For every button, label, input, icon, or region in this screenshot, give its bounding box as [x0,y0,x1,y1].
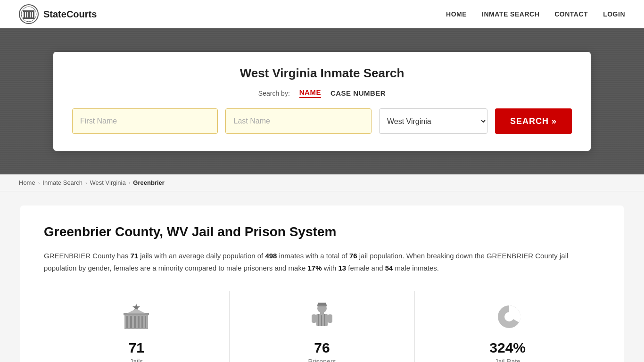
svg-rect-30 [320,313,324,315]
search-card-title: West Virginia Inmate Search [72,66,572,81]
search-button[interactable]: SEARCH » [495,108,572,134]
first-name-input[interactable] [72,108,218,134]
stat-jail-rate: 324% Jail Rate [415,291,600,362]
stat-prisoners: 76 Prisoners [230,291,415,362]
stats-row: 71 Jails [44,291,600,362]
male-count: 54 [385,264,393,272]
logo[interactable]: StateCourts [19,4,97,24]
jail-rate-stat-number: 324% [489,340,526,356]
breadcrumb-inmate-search[interactable]: Inmate Search [42,179,83,186]
svg-rect-13 [138,316,140,328]
svg-marker-18 [127,309,146,313]
female-pct: 17% [307,264,322,272]
svg-point-32 [504,312,514,321]
svg-rect-22 [318,303,326,304]
main-content: Greenbrier County, WV Jail and Prison Sy… [0,191,644,362]
svg-rect-12 [134,316,136,328]
jails-stat-label: Jails [130,358,143,362]
nav-login[interactable]: LOGIN [603,10,625,18]
svg-rect-5 [31,12,32,17]
prisoners-stat-number: 76 [314,340,330,356]
female-count: 13 [339,264,347,272]
search-by-row: Search by: NAME CASE NUMBER [72,88,572,98]
svg-rect-26 [321,314,322,326]
svg-rect-14 [141,316,143,328]
breadcrumb-west-virginia[interactable]: West Virginia [90,179,126,186]
stat-jails: 71 Jails [44,291,230,362]
tab-case-number[interactable]: CASE NUMBER [330,89,386,97]
jail-rate-stat-label: Jail Rate [495,358,520,362]
search-card: West Virginia Inmate Search Search by: N… [53,52,591,151]
jails-count: 71 [130,252,138,260]
site-header: StateCourts HOME INMATE SEARCH CONTACT L… [0,0,644,28]
search-inputs: West Virginia Alabama Alaska Arizona Ark… [72,108,572,134]
prisoners-stat-label: Prisoners [308,358,336,362]
svg-rect-15 [145,316,146,328]
county-name-2: GREENBRIER [487,252,533,260]
content-card: Greenbrier County, WV Jail and Prison Sy… [20,206,624,362]
svg-rect-4 [28,12,30,17]
nav-home[interactable]: HOME [446,10,467,18]
breadcrumb-chevron-3: › [129,180,131,186]
svg-rect-21 [318,303,326,305]
svg-rect-23 [318,304,326,304]
avg-population: 498 [265,252,277,260]
svg-rect-27 [324,314,325,326]
pie-chart-icon [491,300,524,333]
svg-rect-3 [26,12,27,17]
svg-rect-2 [24,12,25,17]
search-by-label: Search by: [258,90,290,97]
jails-stat-number: 71 [129,340,144,356]
breadcrumb: Home › Inmate Search › West Virginia › G… [0,174,644,191]
state-select[interactable]: West Virginia Alabama Alaska Arizona Ark… [379,108,487,134]
breadcrumb-chevron-2: › [85,180,87,186]
breadcrumb-home[interactable]: Home [19,179,35,186]
logo-text: StateCourts [43,9,97,20]
hero-section: COURTHOUSE West Virginia Inmate Search S… [0,28,644,174]
prisoner-icon [308,300,336,333]
svg-rect-6 [33,12,34,17]
breadcrumb-current: Greenbrier [133,179,164,186]
county-name: GREENBRIER [44,252,91,260]
jail-building-icon [120,300,153,333]
nav-contact[interactable]: CONTACT [554,10,588,18]
svg-rect-8 [23,17,34,19]
breadcrumb-chevron-1: › [38,180,40,186]
jail-population: 76 [349,252,357,260]
main-nav: HOME INMATE SEARCH CONTACT LOGIN [446,10,625,18]
svg-rect-29 [328,314,332,323]
svg-rect-25 [318,314,319,326]
svg-rect-11 [130,316,132,328]
svg-rect-28 [312,314,316,323]
tab-name[interactable]: NAME [299,88,321,98]
content-title: Greenbrier County, WV Jail and Prison Sy… [44,224,600,239]
logo-icon [19,4,39,24]
content-paragraph: GREENBRIER County has 71 jails with an a… [44,250,600,274]
nav-inmate-search[interactable]: INMATE SEARCH [482,10,539,18]
svg-rect-10 [126,316,128,328]
svg-rect-7 [23,10,34,12]
last-name-input[interactable] [225,108,371,134]
